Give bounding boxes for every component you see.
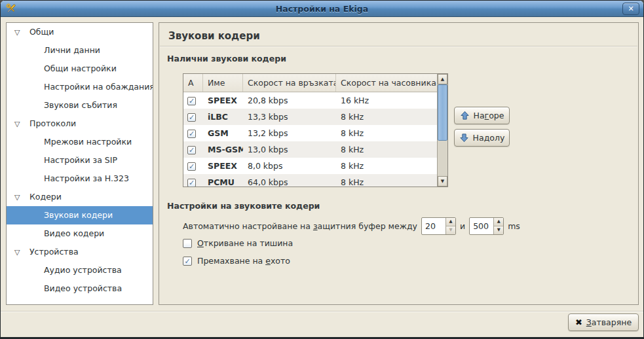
- page-title: Звукови кодери: [168, 30, 260, 42]
- silence-detection-checkbox[interactable]: [183, 239, 192, 248]
- sidebar-item-label: Протоколи: [29, 118, 76, 128]
- codec-enabled-checkbox[interactable]: ✓: [187, 97, 196, 105]
- jitter-min-down-icon[interactable]: ▼: [446, 226, 455, 234]
- close-x-icon: ✖: [575, 317, 582, 327]
- silence-detection-option[interactable]: Откриване на тишина: [183, 238, 293, 248]
- column-header[interactable]: Скорост на часовника: [336, 74, 438, 92]
- scroll-down-icon[interactable]: ▼: [438, 176, 447, 187]
- codec-name-cell: MS-GSM: [203, 141, 243, 158]
- jitter-conjunction: и: [460, 221, 465, 231]
- codec-enabled-checkbox[interactable]: ✓: [187, 146, 196, 154]
- codec-row[interactable]: ✓GSM13,2 kbps8 kHz: [183, 125, 438, 141]
- arrow-up-icon: [460, 111, 470, 120]
- close-button-label: Затваряне: [586, 317, 632, 327]
- sidebar-item-label: Настройки за H.323: [44, 173, 129, 183]
- sidebar-item[interactable]: Лични данни: [7, 41, 153, 60]
- expander-icon[interactable]: ▽: [14, 188, 24, 207]
- sidebar-item[interactable]: Настройки за SIP: [7, 151, 153, 170]
- sidebar-item[interactable]: Аудио устройства: [7, 261, 153, 279]
- table-scrollbar[interactable]: ▲ ▼: [437, 74, 447, 187]
- footer-separator: [1, 311, 643, 312]
- codec-name-cell: iLBC: [203, 109, 243, 125]
- sidebar-item[interactable]: ▽Протоколи: [7, 115, 153, 133]
- codec-clock-cell: 8 kHz: [336, 109, 438, 125]
- expander-icon[interactable]: ▽: [14, 24, 24, 42]
- move-down-button[interactable]: Надолу: [454, 129, 510, 147]
- move-up-button[interactable]: Нагоре: [454, 107, 510, 124]
- expander-icon[interactable]: ▽: [14, 243, 24, 262]
- jitter-buffer-row: Автоматично настройване на защитния буфе…: [183, 217, 520, 235]
- title-separator: [160, 46, 637, 47]
- codec-clock-cell: 8 kHz: [336, 141, 438, 158]
- codec-row[interactable]: ✓SPEEX20,8 kbps16 kHz: [183, 92, 438, 109]
- column-header[interactable]: Име: [203, 74, 243, 92]
- sidebar-item-label: Видео устройства: [44, 283, 122, 293]
- sidebar-item-label: Мрежови настройки: [44, 137, 132, 147]
- codec-table-header[interactable]: АИмеСкорост на връзкатаСкорост на часовн…: [183, 74, 438, 92]
- codec-clock-cell: 8 kHz: [336, 125, 438, 141]
- echo-cancellation-checkbox[interactable]: ✓: [183, 257, 192, 266]
- window-title: Настройки на Ekiga: [1, 4, 643, 14]
- sidebar-item[interactable]: Видео кодери: [7, 224, 153, 243]
- close-button[interactable]: ✖ Затваряне: [568, 313, 639, 331]
- codec-bitrate-cell: 13,2 kbps: [243, 125, 336, 141]
- codec-bitrate-cell: 13,3 kbps: [243, 109, 336, 125]
- jitter-max-down-icon[interactable]: ▼: [494, 226, 503, 234]
- codec-bitrate-cell: 13,0 kbps: [243, 141, 336, 158]
- sidebar-item-label: Аудио устройства: [44, 265, 122, 275]
- column-header[interactable]: А: [183, 74, 203, 92]
- codec-name-cell: SPEEX: [203, 158, 243, 174]
- jitter-min-up-icon[interactable]: ▲: [446, 218, 455, 226]
- sidebar-item[interactable]: Настройки за H.323: [7, 170, 153, 188]
- sidebar-item-label: Общи: [29, 27, 54, 37]
- silence-detection-label: Откриване на тишина: [197, 238, 293, 248]
- echo-cancellation-label: Премахване на ехото: [197, 256, 290, 266]
- jitter-max-up-icon[interactable]: ▲: [494, 218, 503, 226]
- jitter-max-spinbox[interactable]: ▲ ▼: [469, 217, 504, 235]
- sidebar-item-label: Лични данни: [44, 45, 100, 55]
- codec-clock-cell: 8 kHz: [336, 158, 438, 174]
- window-close-button[interactable]: ✕: [622, 3, 639, 15]
- codec-row[interactable]: ✓iLBC13,3 kbps8 kHz: [183, 109, 438, 125]
- codec-enabled-checkbox[interactable]: ✓: [187, 113, 196, 122]
- sidebar-item[interactable]: ▽Общи: [7, 23, 153, 41]
- expander-icon[interactable]: ▽: [14, 115, 24, 134]
- main-panel: Звукови кодери Налични звукови кодери АИ…: [159, 22, 639, 305]
- scroll-up-icon[interactable]: ▲: [438, 74, 447, 84]
- codec-enabled-checkbox[interactable]: ✓: [187, 162, 196, 171]
- sidebar-item[interactable]: ▽Устройства: [7, 243, 153, 261]
- codec-bitrate-cell: 20,8 kbps: [243, 92, 336, 109]
- jitter-min-spinbox[interactable]: ▲ ▼: [421, 217, 456, 235]
- titlebar[interactable]: Настройки на Ekiga ✕: [1, 1, 643, 17]
- jitter-max-input[interactable]: [470, 218, 493, 234]
- codec-row[interactable]: ✓PCMU64,0 kbps8 kHz: [183, 174, 438, 187]
- codec-name-cell: SPEEX: [203, 92, 243, 109]
- codec-row[interactable]: ✓SPEEX8,0 kbps8 kHz: [183, 158, 438, 174]
- sidebar-item[interactable]: Видео устройства: [7, 279, 153, 298]
- move-up-label: Нагоре: [474, 111, 504, 120]
- sidebar-item-label: Устройства: [29, 247, 79, 257]
- sidebar-item[interactable]: Общи настройки: [7, 60, 153, 78]
- sidebar-item[interactable]: Звукови кодери: [7, 206, 153, 224]
- codec-table-body: ✓SPEEX20,8 kbps16 kHz✓iLBC13,3 kbps8 kHz…: [183, 92, 438, 187]
- codec-enabled-checkbox[interactable]: ✓: [187, 179, 196, 187]
- sidebar-item-label: Видео кодери: [44, 228, 104, 238]
- codec-bitrate-cell: 8,0 kbps: [243, 158, 336, 174]
- codec-enabled-checkbox[interactable]: ✓: [187, 130, 196, 138]
- scrollbar-thumb[interactable]: [438, 84, 447, 141]
- jitter-min-input[interactable]: [422, 218, 445, 234]
- sidebar-item[interactable]: Звукови събития: [7, 96, 153, 115]
- sidebar-item[interactable]: ▽Кодери: [7, 188, 153, 206]
- column-header[interactable]: Скорост на връзката: [243, 74, 336, 92]
- move-down-label: Надолу: [473, 133, 505, 143]
- codec-row[interactable]: ✓MS-GSM13,0 kbps8 kHz: [183, 141, 438, 158]
- sidebar-item[interactable]: Мрежови настройки: [7, 133, 153, 151]
- sidebar-item[interactable]: Настройки на обажданията: [7, 78, 153, 96]
- sidebar-item-label: Настройки за SIP: [44, 155, 117, 165]
- jitter-unit-label: ms: [508, 221, 520, 231]
- echo-cancellation-option[interactable]: ✓ Премахване на ехото: [183, 256, 290, 266]
- sidebar-item-label: Общи настройки: [44, 63, 117, 73]
- arrow-down-icon: [459, 133, 469, 143]
- codec-name-cell: GSM: [203, 125, 243, 141]
- jitter-buffer-label: Автоматично настройване на защитния буфе…: [183, 221, 417, 231]
